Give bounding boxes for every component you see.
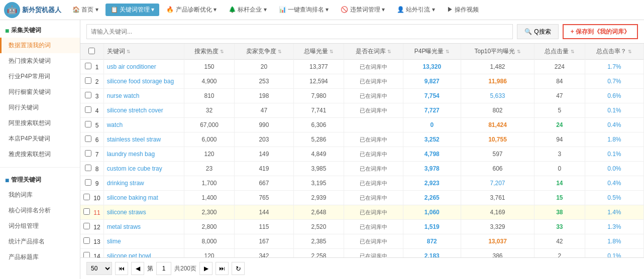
sort-inlib-icon[interactable]: ⇅: [387, 49, 391, 54]
nav-query-rank[interactable]: 📊 一键查询排名 ▾: [274, 4, 334, 16]
keyword-link[interactable]: usb air conditioner: [107, 63, 156, 70]
table-row: 11 silicone straws 2,300 144 2,648 已在词库中…: [80, 205, 644, 220]
keyword-link[interactable]: metal straws: [107, 223, 141, 230]
heat-cell: 2,300: [184, 205, 235, 220]
sidebar-item-产品标题[interactable]: 产品标题库: [0, 249, 80, 265]
row-checkbox[interactable]: [85, 121, 91, 127]
nav-home[interactable]: 🏠 首页 ▾: [67, 4, 103, 16]
nav-benchmark[interactable]: 🌲 标杆企业 ▾: [224, 4, 272, 16]
nav-video[interactable]: ▶ 操作视频: [442, 4, 484, 16]
sidebar-item-阿里联想[interactable]: 阿里搜索联想词: [0, 115, 80, 131]
sidebar-item-本店[interactable]: 本店P4P关键词: [0, 131, 80, 147]
keyword-cell: silicone pet bowl: [103, 249, 184, 258]
sort-p4p-icon[interactable]: ⇅: [446, 49, 450, 54]
save-to-library-button[interactable]: + 保存到《我的词库》: [563, 24, 638, 39]
row-number: 10: [93, 195, 100, 202]
total-click-cell: 42: [534, 234, 585, 249]
select-all-checkbox[interactable]: [88, 48, 95, 54]
keyword-link[interactable]: laundry mesh bag: [107, 151, 155, 158]
nav-banned-words[interactable]: 🚫 违禁词管理 ▾: [336, 4, 390, 16]
row-checkbox[interactable]: [85, 63, 91, 69]
row-number: 4: [95, 107, 99, 114]
row-checkbox[interactable]: [85, 92, 91, 98]
p4p-exposure-cell: 1,060: [403, 205, 461, 220]
col-total-exposure: 总曝光量 ⇅: [293, 44, 344, 60]
prev-page-button[interactable]: ◀: [131, 262, 144, 275]
keyword-link[interactable]: silicone food storage bag: [107, 78, 174, 85]
row-number: 14: [93, 253, 100, 257]
row-checkbox[interactable]: [83, 194, 90, 200]
competition-cell: 990: [235, 118, 293, 132]
sort-keyword-icon[interactable]: ⇅: [127, 49, 131, 54]
keyword-link[interactable]: silicone baking mat: [107, 194, 158, 201]
keyword-link[interactable]: custom ice cube tray: [107, 165, 162, 172]
table-row: 8 custom ice cube tray 23 419 3,985 已在词库…: [80, 162, 644, 176]
col-heat: 搜索热度 ⇅: [184, 44, 235, 60]
row-checkbox[interactable]: [83, 223, 90, 229]
sidebar-item-统计产品[interactable]: 统计产品排名: [0, 234, 80, 249]
table-row: 3 nurse watch 810 198 7,980 已在词库中 7,754 …: [80, 89, 644, 103]
total-click-cell: 47: [534, 89, 585, 103]
sort-click-icon[interactable]: ⇅: [571, 49, 575, 54]
sidebar-item-核心词[interactable]: 核心词排名分析: [0, 203, 80, 218]
click-rate-cell: 0.1%: [585, 147, 643, 162]
keyword-link[interactable]: watch: [107, 121, 123, 128]
row-num-cell: 12: [80, 220, 103, 234]
nav-keywords[interactable]: 📋 关键词管理 ▾: [105, 4, 160, 16]
row-checkbox[interactable]: [83, 208, 90, 215]
keyword-link[interactable]: nurse watch: [107, 92, 140, 99]
row-num-cell: 4: [80, 103, 103, 118]
sort-heat-icon[interactable]: ⇅: [220, 49, 224, 54]
keyword-link[interactable]: silicone pet bowl: [107, 252, 151, 257]
sidebar-item-雅虎[interactable]: 雅虎搜索联想词: [0, 147, 80, 162]
sort-exposure-icon[interactable]: ⇅: [330, 49, 334, 54]
sidebar-item-p4p[interactable]: 行业P4P常用词: [0, 69, 80, 84]
sidebar-item-数据置顶[interactable]: 数据置顶我的词: [0, 38, 80, 53]
heat-cell: 4,900: [184, 74, 235, 89]
row-num-cell: 7: [80, 147, 103, 162]
per-page-select[interactable]: 50 100 200: [86, 262, 112, 275]
sort-competition-icon[interactable]: ⇅: [278, 49, 282, 54]
click-rate-cell: 0.5%: [585, 191, 643, 205]
keyword-link[interactable]: stainless steel straw: [107, 136, 161, 143]
sort-top10-icon[interactable]: ⇅: [517, 49, 521, 54]
sidebar-item-橱窗[interactable]: 同行橱窗关键词: [0, 84, 80, 100]
nav-off-site[interactable]: 👤 站外引流 ▾: [392, 4, 440, 16]
competition-cell: 342: [235, 249, 293, 258]
heat-cell: 8,000: [184, 234, 235, 249]
sidebar-item-词库[interactable]: 我的词库: [0, 187, 80, 203]
sidebar-item-热门[interactable]: 热门搜索关键词: [0, 53, 80, 69]
row-checkbox[interactable]: [85, 77, 91, 84]
row-num-cell: 14: [80, 249, 103, 258]
sidebar-item-词分组[interactable]: 词分组管理: [0, 218, 80, 234]
row-checkbox[interactable]: [83, 237, 90, 244]
row-checkbox[interactable]: [83, 252, 90, 257]
total-click-cell: 84: [534, 74, 585, 89]
keyword-link[interactable]: drinking straw: [107, 180, 144, 187]
total-click-cell: 0: [534, 162, 585, 176]
row-checkbox[interactable]: [85, 165, 91, 171]
nav-product-diag[interactable]: 🔥 产品诊断优化 ▾: [161, 4, 222, 16]
heat-cell: 23: [184, 162, 235, 176]
refresh-button[interactable]: ↻: [232, 262, 245, 275]
search-button[interactable]: 🔍 Q搜索: [517, 24, 558, 39]
keyword-link[interactable]: silicone stretch cover: [107, 107, 163, 114]
search-input[interactable]: [86, 24, 513, 39]
total-click-cell: 5: [534, 103, 585, 118]
sidebar-section-collect-title: ■ 采集关键词: [0, 23, 80, 38]
total-click-cell: 15: [534, 191, 585, 205]
row-checkbox[interactable]: [85, 179, 91, 186]
last-page-button[interactable]: ⏭: [216, 262, 229, 275]
sidebar-item-同行[interactable]: 同行关键词: [0, 100, 80, 115]
row-checkbox[interactable]: [85, 150, 91, 157]
row-checkbox[interactable]: [85, 106, 91, 113]
page-number-input[interactable]: [156, 262, 171, 275]
next-page-button[interactable]: ▶: [199, 262, 212, 275]
sort-rate-icon[interactable]: ⇅: [628, 49, 632, 54]
keyword-link[interactable]: slime: [107, 238, 121, 245]
first-page-button[interactable]: ⏮: [115, 262, 128, 275]
in-lib-cell: 已在词库中: [344, 132, 403, 147]
keyword-link[interactable]: silicone straws: [107, 209, 146, 216]
pagination: 50 100 200 ⏮ ◀ 第 共200页 ▶ ⏭ ↻: [80, 257, 644, 279]
row-checkbox[interactable]: [85, 135, 91, 142]
